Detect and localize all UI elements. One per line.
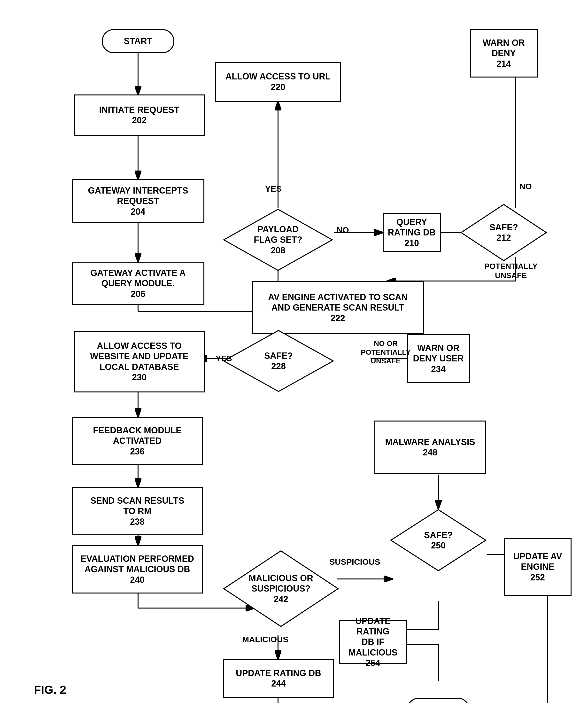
label-malicious: MALICIOUS <box>242 635 288 644</box>
node-204: GATEWAY INTERCEPTSREQUEST204 <box>72 179 204 223</box>
node-208: PAYLOADFLAG SET?208 <box>223 208 333 271</box>
node-220: ALLOW ACCESS TO URL220 <box>215 62 341 102</box>
start-label: START <box>124 36 152 46</box>
node-204-label: GATEWAY INTERCEPTSREQUEST204 <box>88 185 188 217</box>
node-210-label: QUERYRATING DB210 <box>388 217 435 248</box>
fig-label: FIG. 2 <box>34 683 66 696</box>
node-230: ALLOW ACCESS TOWEBSITE AND UPDATELOCAL D… <box>74 331 204 392</box>
node-220-label: ALLOW ACCESS TO URL220 <box>226 71 331 92</box>
label-no-or-potentially-unsafe: NO ORPOTENTIALLYUNSAFE <box>361 339 411 365</box>
node-206: GATEWAY ACTIVATE AQUERY MODULE.206 <box>72 262 204 305</box>
label-yes-208: YES <box>265 184 282 193</box>
node-242: MALICIOUS ORSUSPICIOUS?242 <box>223 550 339 627</box>
node-248: MALWARE ANALYSIS248 <box>374 420 486 474</box>
node-254: UPDATE RATINGDB IF MALICIOUS254 <box>339 620 407 664</box>
node-214-label: WARN ORDENY214 <box>483 37 525 69</box>
label-no-212: NO <box>519 182 532 191</box>
node-250: SAFE?250 <box>390 509 487 572</box>
node-206-label: GATEWAY ACTIVATE AQUERY MODULE.206 <box>90 268 185 299</box>
node-236: FEEDBACK MODULEACTIVATED236 <box>72 417 203 465</box>
label-no-208: NO <box>337 225 349 235</box>
node-252: UPDATE AVENGINE252 <box>504 538 572 596</box>
label-yes-228: YES <box>216 354 232 363</box>
node-238: SEND SCAN RESULTSTO RM238 <box>72 487 203 535</box>
node-212: SAFE?212 <box>460 204 547 262</box>
node-238-label: SEND SCAN RESULTSTO RM238 <box>90 495 184 527</box>
node-214: WARN ORDENY214 <box>470 29 537 78</box>
label-suspicious: SUSPICIOUS <box>329 557 380 567</box>
node-202: INITIATE REQUEST202 <box>74 94 204 136</box>
node-222: AV ENGINE ACTIVATED TO SCANAND GENERATE … <box>252 281 424 334</box>
node-240: EVALUATION PERFORMEDAGAINST MALICIOUS DB… <box>72 545 203 594</box>
node-228: SAFE?228 <box>223 329 334 392</box>
node-244: UPDATE RATING DB244 <box>223 659 334 698</box>
node-234-label: WARN ORDENY USER234 <box>413 343 464 374</box>
node-222-label: AV ENGINE ACTIVATED TO SCANAND GENERATE … <box>268 292 408 323</box>
node-240-label: EVALUATION PERFORMEDAGAINST MALICIOUS DB… <box>81 554 194 585</box>
start-node: START <box>102 29 174 53</box>
node-254-label: UPDATE RATINGDB IF MALICIOUS254 <box>342 616 404 668</box>
node-202-label: INITIATE REQUEST202 <box>99 105 179 126</box>
end-node: END <box>407 698 470 703</box>
node-210: QUERYRATING DB210 <box>383 213 441 252</box>
node-248-label: MALWARE ANALYSIS248 <box>385 437 475 458</box>
flowchart-diagram: START INITIATE REQUEST202 GATEWAY INTERC… <box>0 0 588 703</box>
node-230-label: ALLOW ACCESS TOWEBSITE AND UPDATELOCAL D… <box>90 340 188 383</box>
node-244-label: UPDATE RATING DB244 <box>236 668 321 689</box>
node-252-label: UPDATE AVENGINE252 <box>513 551 562 582</box>
node-234: WARN ORDENY USER234 <box>407 334 470 383</box>
label-potentially-unsafe-212: POTENTIALLYUNSAFE <box>484 262 537 280</box>
node-236-label: FEEDBACK MODULEACTIVATED236 <box>93 425 182 457</box>
